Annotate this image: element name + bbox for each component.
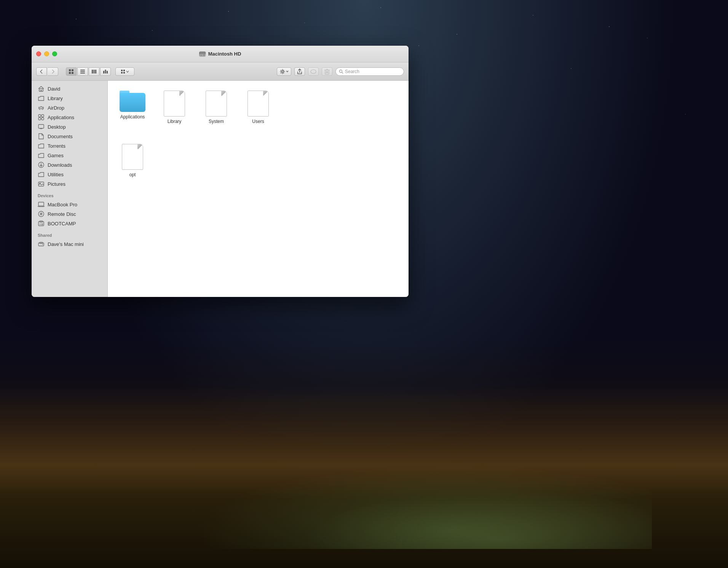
doc-icon-opt bbox=[122, 144, 143, 170]
traffic-lights bbox=[36, 51, 57, 56]
svg-rect-20 bbox=[121, 72, 123, 73]
airdrop-icon bbox=[38, 104, 45, 111]
content-area: David Library bbox=[32, 81, 409, 297]
doc-icon-library bbox=[164, 91, 185, 116]
back-arrow-icon bbox=[40, 69, 43, 74]
view-cover-button[interactable] bbox=[100, 67, 111, 76]
sidebar-item-desktop[interactable]: Desktop bbox=[33, 122, 106, 131]
file-label-users: Users bbox=[252, 119, 264, 124]
maximize-button[interactable] bbox=[52, 51, 57, 56]
view-column-button[interactable] bbox=[89, 67, 99, 76]
grid-view-icon bbox=[69, 69, 74, 74]
svg-rect-30 bbox=[280, 72, 281, 73]
svg-point-65 bbox=[42, 244, 43, 245]
search-field[interactable]: Search bbox=[335, 67, 404, 76]
view-arrangement-button[interactable] bbox=[115, 67, 134, 76]
minimize-button[interactable] bbox=[44, 51, 49, 56]
svg-rect-12 bbox=[92, 70, 93, 73]
svg-point-3 bbox=[203, 54, 204, 56]
svg-rect-16 bbox=[105, 70, 106, 73]
sidebar-remote-disc-label: Remote Disc bbox=[48, 211, 76, 217]
svg-point-31 bbox=[311, 70, 316, 73]
finder-window: Macintosh HD bbox=[32, 46, 409, 297]
view-buttons bbox=[66, 67, 111, 76]
file-item-library[interactable]: Library bbox=[157, 88, 192, 126]
disc-icon bbox=[38, 211, 45, 217]
arrange-icon bbox=[121, 69, 125, 74]
mac-mini-icon bbox=[38, 241, 45, 247]
svg-rect-17 bbox=[107, 71, 108, 73]
sidebar-documents-label: Documents bbox=[48, 134, 73, 139]
games-folder-icon bbox=[38, 152, 45, 159]
file-item-opt[interactable]: opt bbox=[115, 142, 150, 180]
nav-buttons bbox=[36, 67, 58, 76]
sidebar-item-utilities[interactable]: Utilities bbox=[33, 170, 106, 179]
sidebar-item-games[interactable]: Games bbox=[33, 151, 106, 160]
utilities-folder-icon bbox=[38, 171, 45, 178]
documents-icon bbox=[38, 133, 45, 140]
column-view-icon bbox=[91, 69, 97, 74]
folder-icon-applications bbox=[120, 91, 145, 112]
svg-point-42 bbox=[40, 107, 42, 109]
sidebar-item-documents[interactable]: Documents bbox=[33, 132, 106, 141]
forward-button[interactable] bbox=[48, 67, 58, 76]
sidebar-item-airdrop[interactable]: AirDrop bbox=[33, 103, 106, 112]
file-label-system: System bbox=[209, 119, 224, 124]
library-folder-icon bbox=[38, 95, 45, 102]
bootcamp-drive-icon bbox=[38, 220, 45, 227]
svg-line-39 bbox=[342, 72, 343, 73]
file-item-system[interactable]: System bbox=[199, 88, 233, 126]
file-label-library: Library bbox=[168, 119, 182, 124]
sidebar-item-downloads[interactable]: Downloads bbox=[33, 160, 106, 169]
svg-rect-23 bbox=[282, 69, 283, 70]
close-button[interactable] bbox=[36, 51, 41, 56]
sidebar-item-remote-disc[interactable]: Remote Disc bbox=[33, 209, 106, 219]
search-placeholder: Search bbox=[345, 69, 359, 74]
sidebar-item-david[interactable]: David bbox=[33, 84, 106, 93]
sidebar-item-pictures[interactable]: Pictures bbox=[33, 179, 106, 188]
sidebar-item-daves-mac-mini[interactable]: Dave's Mac mini bbox=[33, 239, 106, 249]
sidebar-applications-label: Applications bbox=[48, 115, 74, 120]
svg-rect-6 bbox=[72, 69, 73, 71]
sidebar-item-torrents[interactable]: Torrents bbox=[33, 141, 106, 150]
svg-point-22 bbox=[281, 70, 283, 72]
action-button[interactable] bbox=[277, 67, 291, 76]
list-view-icon bbox=[80, 69, 85, 74]
gear-dropdown-icon bbox=[286, 70, 289, 72]
view-icon-button[interactable] bbox=[66, 67, 77, 76]
svg-rect-7 bbox=[69, 72, 71, 74]
file-item-applications[interactable]: Applications bbox=[115, 88, 150, 126]
svg-rect-43 bbox=[38, 115, 41, 117]
gear-icon bbox=[280, 69, 285, 74]
sidebar-item-bootcamp[interactable]: BOOTCAMP bbox=[33, 219, 106, 228]
file-label-applications: Applications bbox=[120, 114, 145, 120]
tag-icon bbox=[310, 69, 316, 75]
svg-rect-14 bbox=[95, 70, 96, 73]
sidebar-item-applications[interactable]: Applications bbox=[33, 113, 106, 122]
cover-flow-icon bbox=[103, 69, 108, 74]
sidebar-item-macbook-pro[interactable]: MacBook Pro bbox=[33, 200, 106, 209]
window-title-text: Macintosh HD bbox=[208, 51, 241, 57]
svg-point-58 bbox=[41, 214, 42, 214]
sidebar-library-label: Library bbox=[48, 96, 63, 101]
pictures-icon bbox=[38, 180, 45, 187]
svg-rect-47 bbox=[38, 124, 44, 128]
tag-button[interactable] bbox=[308, 67, 319, 76]
file-label-opt: opt bbox=[129, 172, 136, 177]
forward-arrow-icon bbox=[51, 69, 54, 74]
view-list-button[interactable] bbox=[77, 67, 88, 76]
laptop-icon bbox=[38, 201, 45, 208]
svg-point-38 bbox=[340, 70, 342, 72]
svg-rect-21 bbox=[123, 72, 125, 73]
file-item-users[interactable]: Users bbox=[241, 88, 275, 126]
svg-rect-46 bbox=[42, 118, 44, 120]
svg-rect-24 bbox=[282, 73, 283, 74]
svg-point-61 bbox=[42, 224, 43, 225]
sidebar: David Library bbox=[32, 81, 108, 297]
back-button[interactable] bbox=[36, 67, 47, 76]
sidebar-item-library[interactable]: Library bbox=[33, 94, 106, 103]
share-button[interactable] bbox=[294, 67, 305, 76]
delete-button[interactable] bbox=[322, 67, 332, 76]
svg-rect-18 bbox=[121, 70, 123, 71]
doc-icon-system bbox=[206, 91, 227, 116]
